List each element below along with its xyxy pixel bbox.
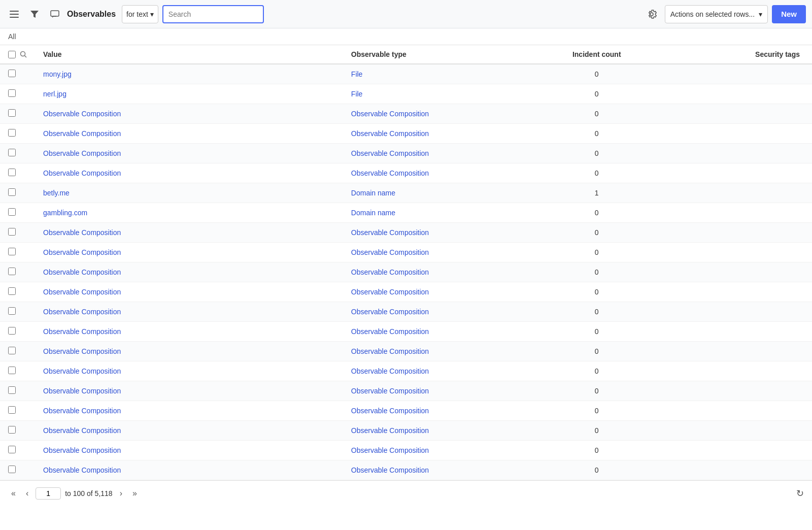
row-checkbox-cell	[0, 64, 35, 84]
row-type[interactable]: Observable Composition	[343, 361, 538, 381]
row-value[interactable]: Observable Composition	[35, 144, 343, 163]
select-all-checkbox[interactable]	[8, 51, 16, 58]
row-checkbox-cell	[0, 282, 35, 302]
row-tags	[656, 322, 812, 342]
row-checkbox-cell	[0, 361, 35, 381]
row-type[interactable]: Domain name	[343, 203, 538, 223]
row-type[interactable]: File	[343, 64, 538, 84]
actions-dropdown[interactable]: Actions on selected rows... ▾	[665, 5, 768, 23]
row-checkbox-cell	[0, 243, 35, 262]
row-type[interactable]: Observable Composition	[343, 144, 538, 163]
pagination: « ‹ to 100 of 5,118 › » ↻	[0, 480, 812, 506]
row-checkbox-cell	[0, 322, 35, 342]
row-value[interactable]: Observable Composition	[35, 401, 343, 421]
row-value[interactable]: Observable Composition	[35, 342, 343, 361]
search-icon[interactable]	[20, 51, 27, 58]
row-checkbox[interactable]	[8, 406, 16, 414]
row-checkbox[interactable]	[8, 287, 16, 295]
row-checkbox[interactable]	[8, 149, 16, 156]
row-value[interactable]: Observable Composition	[35, 104, 343, 124]
table-row: gambling.com Domain name 0	[0, 203, 812, 223]
search-input[interactable]	[162, 5, 264, 23]
row-value[interactable]: Observable Composition	[35, 223, 343, 243]
row-type[interactable]: Observable Composition	[343, 342, 538, 361]
row-checkbox[interactable]	[8, 426, 16, 434]
row-value[interactable]: mony.jpg	[35, 64, 343, 84]
row-checkbox[interactable]	[8, 327, 16, 335]
row-value[interactable]: Observable Composition	[35, 381, 343, 401]
row-type[interactable]: Observable Composition	[343, 381, 538, 401]
col-value: Value	[35, 45, 343, 64]
row-checkbox[interactable]	[8, 70, 16, 77]
row-checkbox[interactable]	[8, 89, 16, 97]
row-checkbox-cell	[0, 144, 35, 163]
row-value[interactable]: Observable Composition	[35, 262, 343, 282]
row-value[interactable]: Observable Composition	[35, 441, 343, 460]
row-value[interactable]: Observable Composition	[35, 124, 343, 144]
table-row: Observable Composition Observable Compos…	[0, 144, 812, 163]
row-type[interactable]: Observable Composition	[343, 302, 538, 322]
row-checkbox[interactable]	[8, 446, 16, 453]
row-checkbox[interactable]	[8, 228, 16, 236]
row-value[interactable]: Observable Composition	[35, 421, 343, 441]
gear-icon[interactable]	[642, 5, 661, 23]
row-value[interactable]: Observable Composition	[35, 460, 343, 480]
row-value[interactable]: Observable Composition	[35, 282, 343, 302]
row-checkbox-cell	[0, 223, 35, 243]
row-tags	[656, 223, 812, 243]
filter-dropdown[interactable]: for text ▾	[122, 5, 158, 23]
row-checkbox[interactable]	[8, 347, 16, 354]
row-type[interactable]: Observable Composition	[343, 104, 538, 124]
first-page-button[interactable]: «	[8, 487, 19, 500]
filter-icon[interactable]	[26, 6, 43, 22]
row-type[interactable]: Observable Composition	[343, 441, 538, 460]
row-value[interactable]: Observable Composition	[35, 163, 343, 183]
row-checkbox-cell	[0, 262, 35, 282]
row-checkbox[interactable]	[8, 188, 16, 196]
page-title: Observables	[67, 10, 116, 19]
row-value[interactable]: nerl.jpg	[35, 84, 343, 104]
row-type[interactable]: Observable Composition	[343, 163, 538, 183]
row-count: 0	[537, 262, 656, 282]
row-type[interactable]: Observable Composition	[343, 460, 538, 480]
row-type[interactable]: Observable Composition	[343, 124, 538, 144]
row-value[interactable]: Observable Composition	[35, 302, 343, 322]
page-number-input[interactable]	[36, 487, 61, 500]
row-value[interactable]: Observable Composition	[35, 243, 343, 262]
row-value[interactable]: betly.me	[35, 183, 343, 203]
row-checkbox[interactable]	[8, 466, 16, 473]
col-tags: Security tags	[656, 45, 812, 64]
prev-page-button[interactable]: ‹	[23, 487, 31, 500]
row-checkbox[interactable]	[8, 109, 16, 117]
row-type[interactable]: Observable Composition	[343, 421, 538, 441]
menu-icon[interactable]	[6, 6, 22, 22]
row-type[interactable]: Observable Composition	[343, 243, 538, 262]
row-checkbox[interactable]	[8, 129, 16, 137]
row-checkbox[interactable]	[8, 386, 16, 394]
row-type[interactable]: Observable Composition	[343, 401, 538, 421]
row-tags	[656, 243, 812, 262]
row-type[interactable]: Observable Composition	[343, 322, 538, 342]
row-type[interactable]: File	[343, 84, 538, 104]
row-value[interactable]: Observable Composition	[35, 322, 343, 342]
row-checkbox[interactable]	[8, 248, 16, 255]
row-value[interactable]: Observable Composition	[35, 361, 343, 381]
table-row: Observable Composition Observable Compos…	[0, 342, 812, 361]
new-button[interactable]: New	[772, 5, 806, 23]
last-page-button[interactable]: »	[129, 487, 140, 500]
next-page-button[interactable]: ›	[117, 487, 125, 500]
row-type[interactable]: Observable Composition	[343, 262, 538, 282]
row-type[interactable]: Observable Composition	[343, 223, 538, 243]
row-value[interactable]: gambling.com	[35, 203, 343, 223]
row-type[interactable]: Domain name	[343, 183, 538, 203]
row-checkbox[interactable]	[8, 367, 16, 374]
refresh-icon[interactable]: ↻	[796, 488, 804, 499]
comment-icon[interactable]	[47, 6, 63, 22]
svg-line-5	[25, 56, 27, 58]
row-checkbox[interactable]	[8, 307, 16, 315]
row-checkbox[interactable]	[8, 169, 16, 176]
row-checkbox[interactable]	[8, 268, 16, 275]
col-checkbox	[0, 45, 35, 64]
row-checkbox[interactable]	[8, 208, 16, 216]
row-type[interactable]: Observable Composition	[343, 282, 538, 302]
